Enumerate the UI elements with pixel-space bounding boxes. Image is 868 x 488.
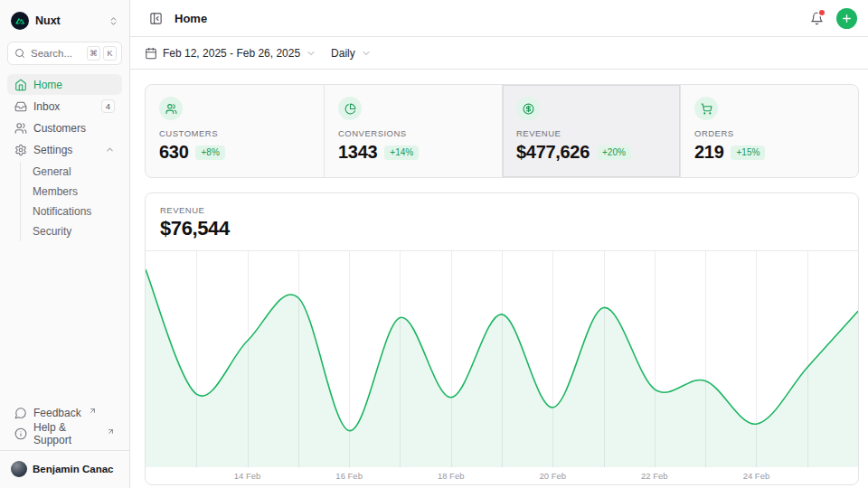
search-kbd-group: ⌘ K	[87, 46, 117, 61]
toolbar: Feb 12, 2025 - Feb 26, 2025 Daily	[130, 37, 868, 70]
stat-label: REVENUE	[516, 128, 666, 138]
stat-value: $477,626	[516, 142, 590, 163]
submenu-item-label: Notifications	[33, 205, 91, 218]
header-right	[806, 7, 857, 29]
chevron-down-icon	[361, 48, 372, 59]
sidebar-item-label: Feedback	[33, 407, 81, 419]
submenu-item-label: Security	[33, 225, 71, 238]
x-axis-label: 22 Feb	[641, 471, 668, 481]
header: Home	[130, 0, 868, 37]
avatar	[11, 461, 27, 477]
stat-icon-wrap	[159, 97, 183, 120]
search-placeholder: Search...	[31, 48, 72, 59]
sidebar-item-customers[interactable]: Customers	[7, 117, 122, 138]
stat-label: CUSTOMERS	[159, 128, 310, 138]
message-circle-icon	[14, 407, 27, 419]
chevron-down-icon	[306, 48, 316, 59]
chart-metric-label: REVENUE	[160, 205, 844, 215]
gear-icon	[14, 144, 27, 156]
x-axis-label: 18 Feb	[438, 471, 465, 481]
notification-dot	[819, 10, 825, 15]
user-menu-button[interactable]: Benjamin Canac	[7, 457, 122, 481]
sidebar-item-label: Inbox	[33, 100, 60, 113]
nuxt-logo-icon	[14, 15, 25, 26]
header-left: Home	[145, 7, 207, 29]
search-input[interactable]: Search... ⌘ K	[7, 42, 122, 65]
submenu-item-label: General	[33, 165, 71, 178]
user-name: Benjamin Canac	[33, 464, 113, 474]
sidebar-item-settings[interactable]: Settings	[7, 139, 122, 160]
sidebar: Nuxt Search... ⌘ K	[0, 0, 130, 488]
stat-value: 1343	[338, 142, 377, 163]
team-picker-button[interactable]: Nuxt	[7, 7, 122, 34]
stat-tile-revenue[interactable]: REVENUE $477,626 +20%	[502, 85, 680, 177]
x-axis-label: 20 Feb	[539, 471, 566, 481]
stat-tile-customers[interactable]: CUSTOMERS 630 +8%	[146, 85, 324, 177]
stat-tile-orders[interactable]: ORDERS 219 +15%	[680, 85, 858, 177]
calendar-icon	[145, 47, 157, 60]
kbd-cmd: ⌘	[87, 46, 100, 61]
revenue-chart-plot[interactable]: 14 Feb16 Feb18 Feb20 Feb22 Feb24 Feb	[146, 251, 858, 484]
stat-delta-badge: +14%	[384, 145, 419, 160]
x-axis-labels: 14 Feb16 Feb18 Feb20 Feb22 Feb24 Feb	[146, 467, 858, 484]
users-icon	[165, 103, 177, 115]
sidebar-item-inbox[interactable]: Inbox 4	[7, 96, 122, 117]
sidebar-item-help-support[interactable]: Help & Support	[7, 423, 122, 444]
external-link-arrow-icon	[107, 427, 115, 436]
cart-icon	[701, 103, 712, 115]
stat-delta-badge: +15%	[731, 145, 765, 160]
external-link-arrow-icon	[89, 407, 97, 415]
chart-metric-value: $76,544	[160, 217, 844, 240]
notifications-button[interactable]	[806, 7, 827, 29]
sidebar-item-members[interactable]: Members	[21, 182, 122, 202]
settings-submenu: General Members Notifications Security	[20, 162, 122, 241]
page-title: Home	[175, 12, 207, 25]
sidebar-collapse-button[interactable]	[145, 7, 166, 29]
sidebar-item-label: Help & Support	[33, 421, 99, 446]
stat-tile-conversions[interactable]: CONVERSIONS 1343 +14%	[324, 85, 502, 177]
inbox-count-badge: 4	[101, 99, 115, 113]
stat-value: 630	[159, 142, 188, 163]
panel-left-close-icon	[149, 12, 163, 25]
users-icon	[14, 122, 27, 135]
app-window: Nuxt Search... ⌘ K	[0, 0, 868, 488]
chart-pie-icon	[344, 103, 356, 115]
stat-delta-badge: +20%	[597, 145, 631, 160]
sidebar-nav: Home Inbox 4 Customers	[7, 74, 122, 241]
main-area: Home Fe	[130, 0, 868, 488]
home-icon	[14, 79, 27, 91]
chart-header: REVENUE $76,544	[146, 193, 858, 251]
stat-value: 219	[694, 142, 723, 163]
x-axis-label: 24 Feb	[743, 471, 770, 481]
period-label: Daily	[331, 47, 355, 60]
add-button[interactable]	[836, 8, 857, 29]
stat-icon-wrap	[694, 97, 718, 120]
team-name: Nuxt	[35, 14, 61, 27]
date-range-picker[interactable]: Feb 12, 2025 - Feb 26, 2025	[145, 47, 316, 60]
sidebar-item-label: Home	[33, 79, 62, 91]
stat-icon-wrap	[516, 97, 540, 120]
plus-icon	[841, 13, 853, 24]
sidebar-item-notifications[interactable]: Notifications	[21, 202, 122, 221]
submenu-item-label: Members	[33, 185, 78, 198]
content: CUSTOMERS 630 +8% CONVERSIONS 1343	[130, 70, 868, 488]
revenue-chart-svg	[146, 251, 858, 467]
kbd-k: K	[103, 46, 117, 61]
stats-row: CUSTOMERS 630 +8% CONVERSIONS 1343	[145, 84, 859, 178]
nuxt-logo	[11, 12, 29, 30]
info-icon	[14, 427, 27, 440]
stat-label: CONVERSIONS	[338, 128, 488, 138]
sidebar-top: Nuxt Search... ⌘ K	[7, 7, 122, 241]
sidebar-item-security[interactable]: Security	[21, 221, 122, 241]
x-axis-label: 16 Feb	[335, 471, 363, 481]
stat-icon-wrap	[338, 97, 362, 120]
sidebar-item-general[interactable]: General	[21, 162, 122, 182]
stat-delta-badge: +8%	[195, 145, 224, 160]
inbox-icon	[14, 100, 27, 113]
sidebar-divider	[0, 450, 129, 451]
search-icon	[14, 48, 25, 59]
chevrons-up-down-icon	[108, 16, 118, 26]
period-select[interactable]: Daily	[331, 47, 372, 60]
circle-dollar-icon	[523, 103, 534, 115]
sidebar-item-home[interactable]: Home	[7, 74, 122, 95]
